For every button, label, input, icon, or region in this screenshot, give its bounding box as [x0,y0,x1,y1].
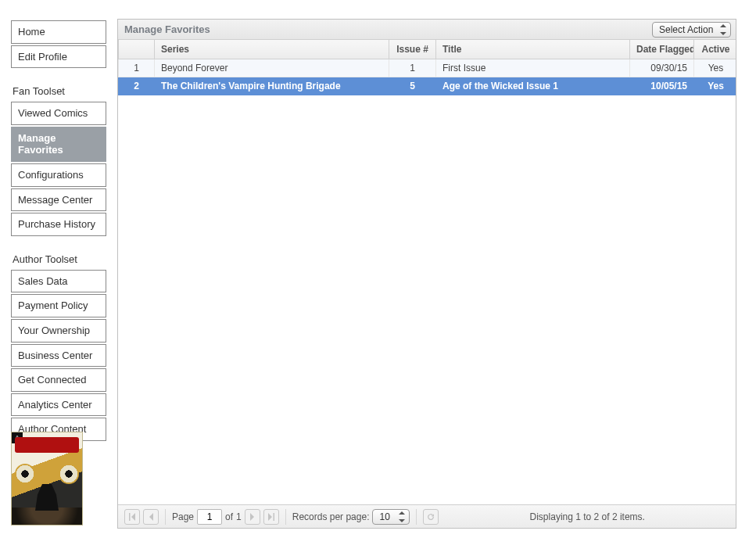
nav-item-label: Configurations [18,169,84,181]
nav-item-label: Home [18,26,45,38]
nav-item-get-connected[interactable]: Get Connected [11,368,106,392]
col-title[interactable]: Title [436,40,630,59]
next-page-button[interactable] [245,509,260,525]
separator [165,509,166,525]
favorites-table: Series Issue # Title Date Flagged Active… [118,40,736,95]
cell-series: Beyond Forever [155,59,389,77]
total-pages: 1 [236,511,242,522]
nav-item-edit-profile[interactable]: Edit Profile [11,45,106,69]
nav-item-your-ownership[interactable]: Your Ownership [11,319,106,343]
last-page-button[interactable] [263,509,279,525]
thumb-art [15,464,35,484]
cell-title: Age of the Wicked Issue 1 [436,77,630,95]
rpp-label: Records per page: [292,511,370,522]
separator [416,509,417,525]
nav-item-viewed-comics[interactable]: Viewed Comics [11,102,106,125]
page-input[interactable] [197,509,222,525]
cell-row-num: 2 [119,77,155,95]
nav-item-business-center[interactable]: Business Center [11,344,106,368]
rpp-select[interactable]: 10 [372,509,410,525]
thumb-art [35,484,59,511]
last-page-icon [267,513,275,521]
nav-item-manage-favorites[interactable]: Manage Favorites [11,127,106,162]
prev-page-button[interactable] [143,509,159,525]
nav-item-purchase-history[interactable]: Purchase History [11,213,106,236]
col-active[interactable]: Active [694,40,736,59]
action-select[interactable]: Select Action [652,22,731,38]
nav-item-label: Payment Policy [18,299,88,311]
thumb-title-banner [15,437,79,453]
nav-group-title: Author Toolset [11,250,106,270]
page-label: Page [172,511,194,522]
table-row[interactable]: 2The Children's Vampire Hunting Brigade5… [119,77,736,95]
of-label: of [225,511,233,522]
action-select-wrap: Select Action [652,22,731,38]
cell-issue: 5 [389,77,436,95]
main-panel: Manage Favorites Select Action Series Is… [117,19,736,529]
nav-item-label: Analytics Center [18,399,92,411]
nav-group: HomeEdit Profile [11,20,106,68]
panel-header: Manage Favorites Select Action [118,20,736,40]
nav-item-message-center[interactable]: Message Center [11,188,106,212]
refresh-icon [427,513,435,521]
nav-item-payment-policy[interactable]: Payment Policy [11,294,106,317]
nav-item-label: Purchase History [18,218,95,230]
nav-group: Author ToolsetSales DataPayment PolicyYo… [11,250,106,441]
table-header-row: Series Issue # Title Date Flagged Active [119,40,736,59]
nav-item-label: Sales Data [18,275,68,287]
table-row[interactable]: 1Beyond Forever1First Issue09/30/15Yes [119,59,736,77]
nav-item-label: Message Center [18,194,92,206]
nav-item-label: Manage Favorites [18,132,63,156]
first-page-button[interactable] [124,509,140,525]
nav-item-label: Your Ownership [18,325,90,336]
nav-group-title: Fan Toolset [11,82,106,102]
nav-item-home[interactable]: Home [11,20,106,44]
nav-group: Fan ToolsetViewed ComicsManage Favorites… [11,82,106,236]
nav-item-label: Viewed Comics [18,107,88,119]
panel-title: Manage Favorites [124,23,210,35]
prev-page-icon [147,513,155,521]
cell-active: Yes [694,59,736,77]
rpp-select-wrap: 10 [372,509,410,525]
nav-item-label: Get Connected [18,374,86,386]
refresh-button[interactable] [423,509,439,525]
nav-item-analytics-center[interactable]: Analytics Center [11,393,106,417]
pager-status: Displaying 1 to 2 of 2 items. [445,511,729,522]
nav-item-label: Edit Profile [18,51,67,63]
cell-series: The Children's Vampire Hunting Brigade [155,77,389,95]
nav-item-configurations[interactable]: Configurations [11,163,106,187]
cell-title: First Issue [436,59,630,77]
col-date-flagged[interactable]: Date Flagged [630,40,694,59]
separator [285,509,286,525]
cell-date-flagged: 10/05/15 [630,77,694,95]
nav-item-sales-data[interactable]: Sales Data [11,270,106,293]
cell-issue: 1 [389,59,436,77]
col-series[interactable]: Series [155,40,389,59]
cell-row-num: 1 [119,59,155,77]
comic-thumbnail[interactable]: A [11,432,83,525]
pager: Page of 1 Records per page: 10 [124,509,439,525]
col-issue[interactable]: Issue # [389,40,436,59]
nav-item-label: Business Center [18,350,92,361]
pager-footer: Page of 1 Records per page: 10 [118,504,736,528]
cell-active: Yes [694,77,736,95]
cell-date-flagged: 09/30/15 [630,59,694,77]
grid: Series Issue # Title Date Flagged Active… [118,40,736,504]
col-row-num[interactable] [119,40,155,59]
next-page-icon [249,513,256,521]
first-page-icon [128,513,136,521]
sidebar: HomeEdit ProfileFan ToolsetViewed Comics… [11,20,106,455]
thumb-art [59,464,79,484]
